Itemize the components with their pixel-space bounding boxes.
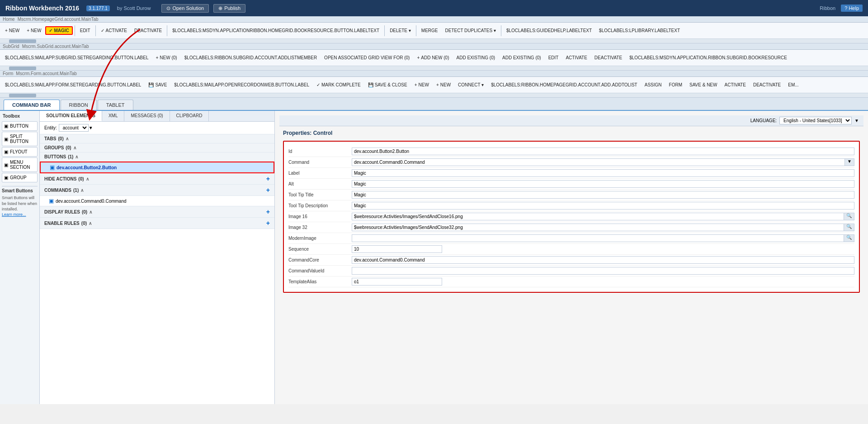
display-rules-section-header[interactable]: DISPLAY RULES (0) ∧ + xyxy=(40,206,274,218)
commands-section-header[interactable]: COMMANDS (1) ∧ + xyxy=(40,185,274,196)
image32-search-btn[interactable]: 🔍 xyxy=(844,224,854,231)
form-save-close-btn[interactable]: 💾 SAVE & CLOSE xyxy=(365,81,410,89)
prop-row-tooltip-desc: Tool Tip Description xyxy=(288,200,854,211)
prop-input-command-core[interactable] xyxy=(352,256,854,264)
home-lplibrary-btn[interactable]: $LOCLABELS:LPLIBRARY.LABELTEXT xyxy=(596,27,683,34)
home-delete-btn[interactable]: DELETE ▾ xyxy=(387,27,414,34)
prop-row-image32: Image 32 🔍 xyxy=(288,222,854,233)
toolbox-group[interactable]: ▣ GROUP xyxy=(2,173,38,182)
solution-tab-clipboard[interactable]: CLIPBOARD xyxy=(170,111,209,121)
prop-row-command-value-id: CommandValueId xyxy=(288,266,854,276)
prop-input-alt[interactable] xyxy=(352,180,854,188)
subgrid-openview-btn[interactable]: OPEN ASSOCIATED GRID VIEW FOR (0) xyxy=(321,54,413,62)
home-merge-btn[interactable]: MERGE xyxy=(418,27,441,34)
command-item[interactable]: ▣ dev.account.Command0.Command xyxy=(40,196,274,206)
enable-rules-section-header[interactable]: ENABLE RULES (0) ∧ + xyxy=(40,218,274,229)
prop-input-command-value-id[interactable] xyxy=(352,267,854,275)
home-guidedhelp-btn[interactable]: $LOCLABELS:GUIDEDHELP.LABELTEXT xyxy=(503,27,595,34)
subgrid-addnew-btn[interactable]: + ADD NEW (0) xyxy=(414,54,452,62)
form-addtolist-btn[interactable]: $LOCLABELS:RIBBON.HOMEPAGEGRID.ACCOUNT.A… xyxy=(488,81,641,89)
open-solution-btn[interactable]: ⊙ Open Solution xyxy=(161,4,209,13)
subgrid-addexisting1-btn[interactable]: ADD EXISTING (0) xyxy=(453,54,498,62)
publish-btn[interactable]: ⊕ Publish xyxy=(213,4,245,13)
buttons-section-header[interactable]: BUTTONS (1) ∧ xyxy=(40,152,274,162)
prop-input-image32[interactable] xyxy=(352,224,844,231)
form-deactivate-btn[interactable]: DEACTIVATE xyxy=(750,81,784,89)
toolbox-flyout[interactable]: ▣ FLYOUT xyxy=(2,147,38,157)
tab-command-bar[interactable]: COMMAND BAR xyxy=(4,100,60,110)
entity-select[interactable]: account xyxy=(59,124,89,132)
subgrid-scrollbar[interactable] xyxy=(0,66,868,71)
publish-icon: ⊕ xyxy=(218,5,222,11)
prop-input-image16[interactable] xyxy=(352,213,844,220)
subgrid-deactivate-btn[interactable]: DEACTIVATE xyxy=(591,54,625,62)
home-new-btn-2[interactable]: + NEW xyxy=(24,27,44,34)
form-scrollbar[interactable] xyxy=(0,93,868,98)
button-item[interactable]: ▣ dev.account.Button2.Button xyxy=(40,162,274,173)
home-bookresource-btn[interactable]: $LOCLABELS:MSDYN.APPLICATIONRIBBON.HOMEG… xyxy=(169,27,382,34)
solution-tab-messages[interactable]: MESSAGES (0) xyxy=(124,111,170,121)
commands-add-btn[interactable]: + xyxy=(266,186,270,194)
home-magic-btn[interactable]: ✓ MAGIC xyxy=(45,26,72,35)
prop-input-modern-image[interactable] xyxy=(352,234,844,242)
subgrid-addexisting2-btn[interactable]: ADD EXISTING (0) xyxy=(499,54,544,62)
tabs-section-header[interactable]: TABS (0) ∧ xyxy=(40,134,274,143)
tab-ribbon[interactable]: RIBBON xyxy=(61,100,97,110)
home-new-btn-1[interactable]: + NEW xyxy=(2,27,23,34)
hide-actions-section-header[interactable]: HIDE ACTIONS (0) ∧ + xyxy=(40,173,274,185)
prop-input-command[interactable] xyxy=(352,158,845,166)
toolbox-menu-section[interactable]: ▣ MENU SECTION xyxy=(2,157,38,172)
form-assign-btn[interactable]: ASSIGN xyxy=(642,81,665,89)
form-new-btn-1[interactable]: + NEW xyxy=(411,81,432,89)
prop-input-label[interactable] xyxy=(352,169,854,177)
subgrid-mailapp-btn[interactable]: $LOCLABELS:MAILAPP.SUBGRID.SETREGARDING.… xyxy=(2,54,152,62)
command-dropdown-arrow[interactable]: ▼ xyxy=(845,158,854,166)
form-form-btn[interactable]: FORM xyxy=(666,81,685,89)
help-btn[interactable]: ? Help xyxy=(841,5,863,12)
subgrid-bookresource-btn[interactable]: $LOCLABELS:MSDYN.APPLICATION.RIBBON.SUBG… xyxy=(626,54,790,62)
form-activate-btn[interactable]: ACTIVATE xyxy=(721,81,749,89)
prop-input-tooltip-desc[interactable] xyxy=(352,202,854,210)
subgrid-activate-btn[interactable]: ACTIVATE xyxy=(562,54,590,62)
prop-input-sequence[interactable] xyxy=(352,245,442,253)
prop-label-label: Label xyxy=(288,171,352,176)
hide-actions-add-btn[interactable]: + xyxy=(266,175,270,182)
learn-more-link[interactable]: Learn more... xyxy=(2,212,38,217)
home-activate-btn[interactable]: ✓ ACTIVATE xyxy=(98,27,130,34)
form-save-btn[interactable]: 💾 SAVE xyxy=(145,81,170,89)
enable-rules-add-btn[interactable]: + xyxy=(266,219,270,227)
subgrid-edit-btn[interactable]: EDIT xyxy=(545,54,562,62)
toolbox-split-button[interactable]: ▣ SPLIT BUTTON xyxy=(2,132,38,146)
home-edit-btn[interactable]: EDIT xyxy=(77,27,94,34)
language-select[interactable]: English - United States[1033] xyxy=(779,117,852,124)
form-connect-btn[interactable]: CONNECT ▾ xyxy=(455,81,487,89)
prop-input-id[interactable] xyxy=(352,148,854,155)
solution-tab-xml[interactable]: XML xyxy=(102,111,125,121)
language-bar: LANGUAGE: English - United States[1033] … xyxy=(279,115,863,126)
prop-input-tooltip-title[interactable] xyxy=(352,191,854,199)
groups-section-header[interactable]: GROUPS (0) ∧ xyxy=(40,143,274,152)
form-new-btn-2[interactable]: + NEW xyxy=(433,81,454,89)
home-deactivate-btn[interactable]: DEACTIVATE xyxy=(131,27,165,34)
subgrid-new-btn[interactable]: + NEW (0) xyxy=(153,54,180,62)
subgrid-addlist-btn[interactable]: $LOCLABELS:RIBBON.SUBGRID.ACCOUNT.ADDLIS… xyxy=(181,54,320,62)
home-scrollbar[interactable] xyxy=(0,39,868,43)
entity-row: Entity: account ▼ xyxy=(40,122,274,134)
solution-tab-elements[interactable]: SOLUTION ELEMENTS xyxy=(40,111,102,121)
toolbox-button[interactable]: ▣ BUTTON xyxy=(2,121,38,131)
form-ribbon-strip: $LOCLABELS:MAILAPP.FORM.SETREGARDING.BUT… xyxy=(0,77,868,93)
prop-value-command-core xyxy=(352,256,854,264)
modern-image-search-btn[interactable]: 🔍 xyxy=(844,234,854,242)
image16-search-btn[interactable]: 🔍 xyxy=(844,213,854,220)
form-openrecord-btn[interactable]: $LOCLABELS:MAILAPP.OPENRECORDONWEB.BUTTO… xyxy=(171,81,312,89)
form-mailapp-btn[interactable]: $LOCLABELS:MAILAPP.FORM.SETREGARDING.BUT… xyxy=(2,81,144,89)
prop-label-command-value-id: CommandValueId xyxy=(288,268,352,273)
prop-input-template-alias[interactable] xyxy=(352,278,442,286)
display-rules-add-btn[interactable]: + xyxy=(266,208,270,215)
form-em-btn[interactable]: EM... xyxy=(785,81,802,89)
form-save-new-btn[interactable]: SAVE & NEW xyxy=(686,81,721,89)
form-mark-complete-btn[interactable]: ✓ MARK COMPLETE xyxy=(313,81,364,89)
tab-tablet[interactable]: TABLET xyxy=(98,100,133,110)
prop-value-label xyxy=(352,169,854,177)
home-detect-duplicates-btn[interactable]: DETECT DUPLICATES ▾ xyxy=(442,27,499,34)
